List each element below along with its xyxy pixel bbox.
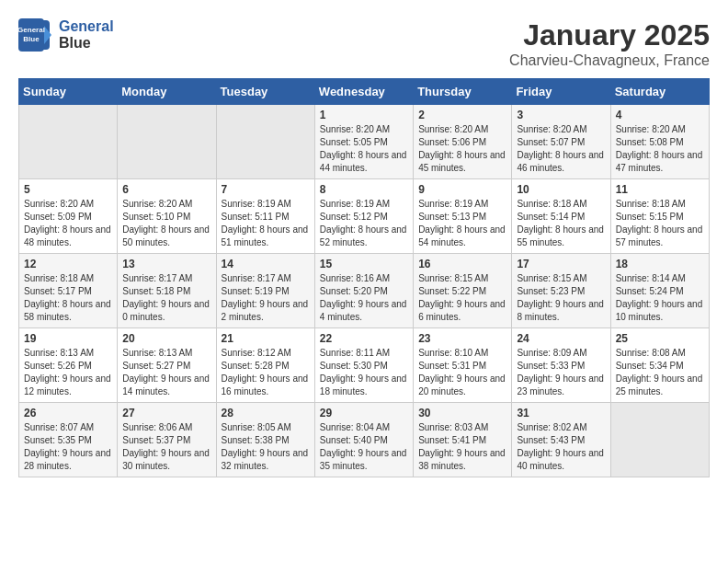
calendar-week-row: 26Sunrise: 8:07 AMSunset: 5:35 PMDayligh… xyxy=(19,403,710,477)
day-info: Sunrise: 8:12 AMSunset: 5:28 PMDaylight:… xyxy=(222,347,310,398)
calendar-cell: 26Sunrise: 8:07 AMSunset: 5:35 PMDayligh… xyxy=(19,403,118,477)
day-number: 2 xyxy=(418,109,506,121)
logo: General Blue General Blue xyxy=(18,18,114,52)
day-number: 17 xyxy=(517,258,605,270)
day-info: Sunrise: 8:17 AMSunset: 5:18 PMDaylight:… xyxy=(122,272,210,324)
day-info: Sunrise: 8:03 AMSunset: 5:41 PMDaylight:… xyxy=(418,421,506,473)
day-number: 27 xyxy=(122,407,210,419)
month-title: January 2025 xyxy=(509,18,710,52)
calendar-cell: 8Sunrise: 8:19 AMSunset: 5:12 PMDaylight… xyxy=(314,179,413,254)
day-info: Sunrise: 8:09 AMSunset: 5:33 PMDaylight:… xyxy=(517,347,605,398)
calendar-cell xyxy=(19,105,118,179)
calendar-cell: 12Sunrise: 8:18 AMSunset: 5:17 PMDayligh… xyxy=(19,254,118,328)
day-info: Sunrise: 8:07 AMSunset: 5:35 PMDaylight:… xyxy=(24,421,112,473)
day-number: 22 xyxy=(320,332,408,345)
day-number: 14 xyxy=(222,258,310,270)
day-info: Sunrise: 8:14 AMSunset: 5:24 PMDaylight:… xyxy=(616,272,704,324)
calendar-cell: 19Sunrise: 8:13 AMSunset: 5:26 PMDayligh… xyxy=(19,328,118,403)
svg-text:General: General xyxy=(18,26,45,34)
day-number: 21 xyxy=(222,332,310,345)
calendar-cell: 11Sunrise: 8:18 AMSunset: 5:15 PMDayligh… xyxy=(610,179,709,254)
weekday-header: Wednesday xyxy=(314,79,413,105)
day-info: Sunrise: 8:08 AMSunset: 5:34 PMDaylight:… xyxy=(616,347,704,398)
calendar-week-row: 1Sunrise: 8:20 AMSunset: 5:05 PMDaylight… xyxy=(19,105,710,179)
calendar-table: SundayMondayTuesdayWednesdayThursdayFrid… xyxy=(18,78,710,477)
day-info: Sunrise: 8:19 AMSunset: 5:11 PMDaylight:… xyxy=(222,198,310,249)
weekday-header: Saturday xyxy=(610,79,709,105)
day-info: Sunrise: 8:18 AMSunset: 5:14 PMDaylight:… xyxy=(517,198,605,249)
calendar-cell: 1Sunrise: 8:20 AMSunset: 5:05 PMDaylight… xyxy=(314,105,413,179)
logo-text: General Blue xyxy=(59,18,114,52)
calendar-cell: 2Sunrise: 8:20 AMSunset: 5:06 PMDaylight… xyxy=(414,105,512,179)
location-title: Charvieu-Chavagneux, France xyxy=(509,52,710,69)
day-info: Sunrise: 8:05 AMSunset: 5:38 PMDaylight:… xyxy=(222,421,310,473)
calendar-cell xyxy=(610,403,709,477)
day-number: 6 xyxy=(122,183,210,196)
day-info: Sunrise: 8:19 AMSunset: 5:13 PMDaylight:… xyxy=(418,198,506,249)
calendar-cell: 21Sunrise: 8:12 AMSunset: 5:28 PMDayligh… xyxy=(216,328,314,403)
day-number: 23 xyxy=(418,332,506,345)
day-number: 28 xyxy=(222,407,310,419)
title-area: January 2025 Charvieu-Chavagneux, France xyxy=(509,18,710,69)
calendar-cell: 13Sunrise: 8:17 AMSunset: 5:18 PMDayligh… xyxy=(118,254,216,328)
calendar-cell: 31Sunrise: 8:02 AMSunset: 5:43 PMDayligh… xyxy=(512,403,610,477)
day-info: Sunrise: 8:02 AMSunset: 5:43 PMDaylight:… xyxy=(517,421,605,473)
day-number: 18 xyxy=(616,258,704,270)
weekday-header: Monday xyxy=(118,79,216,105)
day-number: 11 xyxy=(616,183,704,196)
calendar-cell: 29Sunrise: 8:04 AMSunset: 5:40 PMDayligh… xyxy=(314,403,413,477)
header: General Blue General Blue January 2025 C… xyxy=(18,18,710,69)
calendar-cell: 24Sunrise: 8:09 AMSunset: 5:33 PMDayligh… xyxy=(512,328,610,403)
day-number: 3 xyxy=(517,109,605,121)
day-info: Sunrise: 8:16 AMSunset: 5:20 PMDaylight:… xyxy=(320,272,408,324)
calendar-cell: 10Sunrise: 8:18 AMSunset: 5:14 PMDayligh… xyxy=(512,179,610,254)
day-number: 15 xyxy=(320,258,408,270)
day-info: Sunrise: 8:20 AMSunset: 5:10 PMDaylight:… xyxy=(122,198,210,249)
day-info: Sunrise: 8:10 AMSunset: 5:31 PMDaylight:… xyxy=(418,347,506,398)
day-info: Sunrise: 8:19 AMSunset: 5:12 PMDaylight:… xyxy=(320,198,408,249)
day-number: 19 xyxy=(24,332,112,345)
calendar-cell: 25Sunrise: 8:08 AMSunset: 5:34 PMDayligh… xyxy=(610,328,709,403)
weekday-header: Sunday xyxy=(19,79,118,105)
day-info: Sunrise: 8:15 AMSunset: 5:22 PMDaylight:… xyxy=(418,272,506,324)
calendar-cell: 9Sunrise: 8:19 AMSunset: 5:13 PMDaylight… xyxy=(414,179,512,254)
day-number: 4 xyxy=(616,109,704,121)
calendar-cell: 7Sunrise: 8:19 AMSunset: 5:11 PMDaylight… xyxy=(216,179,314,254)
day-number: 13 xyxy=(122,258,210,270)
logo-icon: General Blue xyxy=(18,18,51,52)
day-number: 5 xyxy=(24,183,112,196)
day-number: 8 xyxy=(320,183,408,196)
calendar-cell: 30Sunrise: 8:03 AMSunset: 5:41 PMDayligh… xyxy=(414,403,512,477)
calendar-cell: 23Sunrise: 8:10 AMSunset: 5:31 PMDayligh… xyxy=(414,328,512,403)
calendar-week-row: 12Sunrise: 8:18 AMSunset: 5:17 PMDayligh… xyxy=(19,254,710,328)
calendar-cell: 3Sunrise: 8:20 AMSunset: 5:07 PMDaylight… xyxy=(512,105,610,179)
header-row: SundayMondayTuesdayWednesdayThursdayFrid… xyxy=(19,79,710,105)
day-info: Sunrise: 8:13 AMSunset: 5:27 PMDaylight:… xyxy=(122,347,210,398)
day-number: 16 xyxy=(418,258,506,270)
calendar-cell: 28Sunrise: 8:05 AMSunset: 5:38 PMDayligh… xyxy=(216,403,314,477)
calendar-cell: 18Sunrise: 8:14 AMSunset: 5:24 PMDayligh… xyxy=(610,254,709,328)
calendar-cell: 27Sunrise: 8:06 AMSunset: 5:37 PMDayligh… xyxy=(118,403,216,477)
weekday-header: Thursday xyxy=(414,79,512,105)
weekday-header: Tuesday xyxy=(216,79,314,105)
day-number: 10 xyxy=(517,183,605,196)
calendar-cell xyxy=(118,105,216,179)
day-number: 30 xyxy=(418,407,506,419)
calendar-cell xyxy=(216,105,314,179)
day-info: Sunrise: 8:20 AMSunset: 5:09 PMDaylight:… xyxy=(24,198,112,249)
day-info: Sunrise: 8:18 AMSunset: 5:17 PMDaylight:… xyxy=(24,272,112,324)
day-info: Sunrise: 8:20 AMSunset: 5:08 PMDaylight:… xyxy=(616,123,704,175)
day-number: 31 xyxy=(517,407,605,419)
calendar-cell: 4Sunrise: 8:20 AMSunset: 5:08 PMDaylight… xyxy=(610,105,709,179)
day-info: Sunrise: 8:04 AMSunset: 5:40 PMDaylight:… xyxy=(320,421,408,473)
day-number: 20 xyxy=(122,332,210,345)
calendar-cell: 20Sunrise: 8:13 AMSunset: 5:27 PMDayligh… xyxy=(118,328,216,403)
day-info: Sunrise: 8:15 AMSunset: 5:23 PMDaylight:… xyxy=(517,272,605,324)
calendar-week-row: 5Sunrise: 8:20 AMSunset: 5:09 PMDaylight… xyxy=(19,179,710,254)
day-number: 7 xyxy=(222,183,310,196)
calendar-cell: 17Sunrise: 8:15 AMSunset: 5:23 PMDayligh… xyxy=(512,254,610,328)
weekday-header: Friday xyxy=(512,79,610,105)
day-info: Sunrise: 8:11 AMSunset: 5:30 PMDaylight:… xyxy=(320,347,408,398)
day-info: Sunrise: 8:20 AMSunset: 5:06 PMDaylight:… xyxy=(418,123,506,175)
day-number: 1 xyxy=(320,109,408,121)
